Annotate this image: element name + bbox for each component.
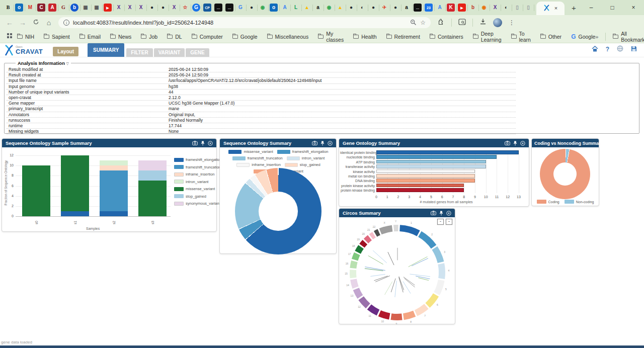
download-icon[interactable]	[479, 18, 487, 27]
tab-favicon[interactable]: ◉	[325, 4, 333, 12]
tab-favicon[interactable]: ▦	[82, 4, 90, 12]
browser-menu-icon[interactable]: ⋮	[509, 19, 515, 26]
all-bookmarks[interactable]: All Bookmarks	[613, 31, 644, 43]
chromosome-arc-18[interactable]	[358, 247, 361, 252]
site-info-icon[interactable]: i	[63, 20, 69, 26]
tab-favicon[interactable]: M	[26, 4, 34, 12]
bookmark-folder[interactable]: Miscellaneous	[267, 34, 309, 40]
bookmark-folder[interactable]: Job	[141, 34, 157, 40]
tab-favicon[interactable]: X	[137, 4, 145, 12]
chromosome-arc-11[interactable]	[369, 307, 378, 312]
pin-icon[interactable]	[612, 141, 616, 146]
globe-icon[interactable]	[617, 45, 623, 54]
bar-segment[interactable]	[100, 165, 128, 170]
tab-favicon[interactable]: ▲	[336, 4, 344, 12]
chromosome-arc-20[interactable]	[366, 238, 370, 241]
chromosome-arc-9[interactable]	[391, 317, 402, 317]
bar-segment[interactable]	[100, 211, 128, 216]
bookmark-google[interactable]: G Google	[571, 33, 595, 40]
pin-icon[interactable]	[320, 141, 325, 146]
tab-favicon[interactable]: G	[236, 4, 245, 12]
pin-icon[interactable]	[439, 211, 443, 216]
tab-favicon[interactable]: ▦	[93, 4, 101, 12]
chromosome-arc-16[interactable]	[353, 262, 354, 269]
bar-segment[interactable]	[100, 170, 128, 211]
back-button[interactable]: ←	[3, 19, 16, 27]
tab-favicon[interactable]: X	[491, 4, 499, 12]
chromosome-arc-4[interactable]	[441, 264, 442, 279]
close-widget-icon[interactable]	[520, 141, 525, 146]
help-icon[interactable]: ?	[606, 46, 609, 53]
tab-favicon[interactable]: ▯	[524, 4, 532, 12]
tab-favicon[interactable]: a	[314, 4, 322, 12]
side-panel-icon[interactable]	[458, 18, 466, 27]
tab-favicon[interactable]: …	[225, 4, 233, 12]
tab-favicon[interactable]: …	[414, 4, 422, 12]
h-bar[interactable]	[376, 164, 486, 168]
tab-favicon[interactable]: ◐	[502, 4, 510, 12]
chromosome-arc-1[interactable]	[400, 228, 419, 233]
tab-favicon[interactable]: 23	[425, 4, 433, 12]
camera-icon[interactable]	[192, 141, 198, 145]
tab-favicon[interactable]: G	[59, 4, 67, 12]
bookmark-folder[interactable]: Containers	[430, 34, 463, 40]
chromosome-arc-5[interactable]	[437, 280, 441, 294]
close-widget-icon[interactable]	[208, 141, 213, 146]
bookmark-folder[interactable]: News	[110, 34, 131, 40]
bookmarks-overflow-icon[interactable]: »	[595, 34, 598, 40]
bookmark-folder[interactable]: Google	[232, 34, 258, 40]
collapse-icon[interactable]: ▽	[66, 62, 69, 65]
tab-favicon[interactable]: CP	[203, 4, 211, 12]
chromosome-arc-2[interactable]	[420, 234, 434, 246]
chromosome-arc-22[interactable]	[375, 232, 379, 234]
chromosome-arc-8[interactable]	[404, 314, 415, 317]
close-button[interactable]: ×	[623, 4, 644, 11]
tab-favicon[interactable]: a	[403, 4, 411, 12]
bar-segment[interactable]	[100, 160, 128, 165]
tab-favicon[interactable]: ◉	[259, 4, 267, 12]
close-widget-icon[interactable]	[328, 141, 333, 146]
bookmark-folder[interactable]: My classes	[318, 31, 344, 43]
bar-segment[interactable]	[138, 181, 167, 216]
minimize-button[interactable]: –	[581, 4, 602, 11]
circos-zoom-out-button[interactable]: -	[437, 219, 444, 225]
tab-favicon[interactable]: ●	[248, 4, 256, 12]
bookmark-folder[interactable]: To learn	[511, 31, 531, 43]
bookmark-folder[interactable]: DL	[167, 34, 182, 40]
tab-favicon[interactable]: X	[126, 4, 134, 12]
tab-favicon[interactable]: C	[37, 4, 45, 12]
chromosome-arc-X[interactable]	[380, 228, 392, 231]
chromosome-arc-21[interactable]	[371, 235, 374, 237]
layout-button[interactable]: Layout	[53, 47, 78, 56]
tab-favicon[interactable]: ▲	[303, 4, 311, 12]
bookmark-folder[interactable]: Deep Learning	[473, 31, 502, 43]
bookmark-folder[interactable]: Other	[540, 34, 561, 40]
tab-favicon[interactable]: ◐	[358, 4, 366, 12]
bookmark-folder[interactable]: Email	[79, 34, 101, 40]
tab-summary[interactable]: SUMMARY	[88, 43, 124, 57]
tab-favicon[interactable]: X	[170, 4, 178, 12]
camera-icon[interactable]	[603, 141, 609, 145]
chromosome-arc-17[interactable]	[355, 254, 357, 260]
bar-segment[interactable]	[22, 165, 50, 216]
chromosome-arc-7[interactable]	[416, 306, 427, 313]
tab-filter[interactable]: FILTER	[126, 48, 152, 57]
tab-favicon[interactable]: b	[469, 4, 477, 12]
reload-button[interactable]	[29, 19, 42, 27]
chromosome-arc-15[interactable]	[353, 270, 354, 278]
tab-favicon[interactable]: …	[214, 4, 222, 12]
tab-favicon[interactable]: L	[292, 4, 300, 12]
h-bar[interactable]	[376, 160, 486, 164]
h-bar[interactable]	[376, 188, 464, 192]
close-widget-icon[interactable]	[619, 141, 624, 146]
h-bar[interactable]	[376, 184, 464, 188]
camera-icon[interactable]	[312, 141, 317, 145]
tab-favicon[interactable]: G	[192, 4, 200, 12]
tab-favicon[interactable]: o	[270, 4, 278, 12]
coding-donut[interactable]	[540, 149, 590, 199]
bar-segment[interactable]	[138, 170, 167, 181]
chromosome-arc-3[interactable]	[435, 248, 441, 262]
bookmark-folder[interactable]: Health	[353, 34, 376, 40]
tab-favicon[interactable]: ▯	[513, 4, 521, 12]
chromosome-arc-14[interactable]	[354, 280, 356, 288]
